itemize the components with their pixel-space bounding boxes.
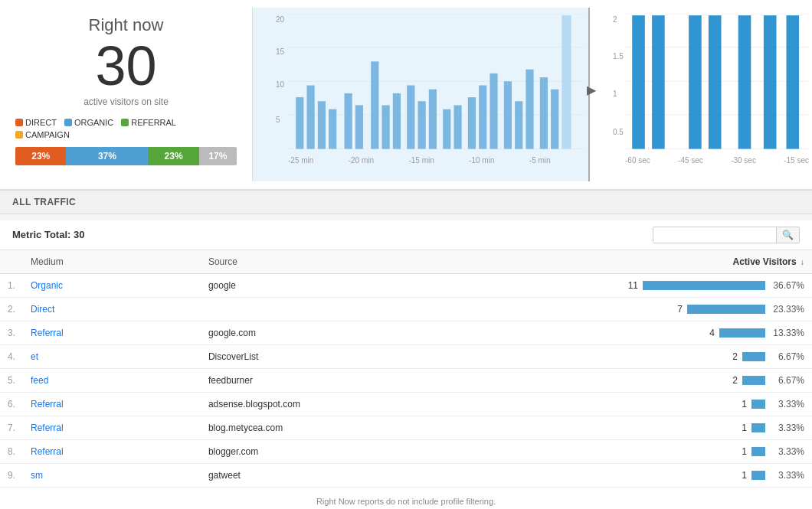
svg-rect-24: [526, 70, 533, 149]
svg-rect-15: [417, 101, 425, 148]
row-visitors: 1 3.33%: [598, 439, 812, 463]
data-table: Medium Source Active Visitors ↓ 1. Organ…: [0, 250, 812, 488]
visitor-bar: [751, 423, 765, 432]
row-medium[interactable]: Referral: [23, 416, 201, 439]
row-visitors: 2 6.67%: [598, 344, 812, 368]
right-now-title: Right now: [15, 15, 237, 35]
svg-rect-10: [355, 105, 363, 148]
svg-rect-16: [429, 90, 437, 149]
col-active-visitors[interactable]: Active Visitors ↓: [598, 250, 812, 274]
row-medium[interactable]: Direct: [23, 297, 201, 321]
row-visitors: 1 3.33%: [598, 463, 812, 487]
row-visitors: 2 6.67%: [598, 368, 812, 392]
chart-minutes: 20 15 10 5: [253, 8, 590, 181]
y-label-15: 15: [276, 47, 284, 56]
visitor-bar: [687, 305, 765, 314]
chart-panel: 20 15 10 5: [253, 8, 812, 181]
search-input[interactable]: [653, 227, 776, 243]
row-source: [201, 297, 598, 321]
row-medium[interactable]: Referral: [23, 439, 201, 463]
medium-link[interactable]: Referral: [31, 399, 64, 409]
visitor-num: 1: [732, 470, 747, 481]
svg-rect-36: [709, 15, 722, 149]
medium-link[interactable]: Organic: [31, 280, 63, 291]
chart-arrow-right[interactable]: ▶: [587, 83, 596, 97]
visitor-pct: 3.33%: [770, 399, 804, 409]
row-visitors: 1 3.33%: [598, 392, 812, 416]
table-row: 9. sm gatweet 1 3.33%: [0, 463, 812, 487]
left-stats-panel: Right now 30 active visitors on site DIR…: [0, 8, 253, 181]
row-medium[interactable]: Referral: [23, 392, 201, 416]
x-labels-minutes: -25 min -20 min -15 min -10 min -5 min: [288, 156, 585, 165]
x-label-15sec: -15 sec: [784, 156, 809, 165]
table-row: 4. et DiscoverList 2 6.67%: [0, 344, 812, 368]
visitor-num: 1: [732, 423, 747, 433]
row-medium[interactable]: feed: [23, 368, 201, 392]
row-num: 3.: [0, 321, 23, 344]
y-label-2: 2: [613, 15, 617, 24]
x-label-10min: -10 min: [469, 156, 494, 165]
row-num: 6.: [0, 392, 23, 416]
organic-color-dot: [64, 119, 72, 126]
row-source: blogger.com: [201, 439, 598, 463]
visitor-pct: 3.33%: [770, 446, 804, 457]
active-visitors-label: active visitors on site: [15, 96, 237, 107]
row-medium[interactable]: sm: [23, 463, 201, 487]
row-source: blog.metycea.com: [201, 416, 598, 439]
all-traffic-label: ALL TRAFFIC: [0, 190, 812, 214]
x-label-20min: -20 min: [349, 156, 374, 165]
visitor-pct: 3.33%: [770, 470, 804, 481]
visitor-pct: 6.67%: [770, 375, 804, 386]
row-medium[interactable]: Referral: [23, 321, 201, 344]
visitor-bar: [742, 352, 765, 361]
table-row: 7. Referral blog.metycea.com 1 3.33%: [0, 416, 812, 439]
y-label-1: 1: [613, 90, 617, 98]
medium-link[interactable]: Referral: [31, 446, 64, 457]
row-source: google.com: [201, 321, 598, 344]
search-button[interactable]: 🔍: [776, 227, 799, 243]
svg-rect-25: [540, 77, 548, 148]
visitor-num: 4: [699, 328, 715, 338]
chart-svg-seconds: [613, 14, 809, 166]
legend-direct: DIRECT: [15, 118, 57, 127]
legend-campaign: CAMPAIGN: [15, 130, 70, 139]
medium-link[interactable]: Referral: [31, 423, 64, 433]
metric-total-label: Metric Total:: [12, 229, 70, 240]
svg-rect-11: [371, 61, 378, 148]
direct-color-dot: [15, 119, 23, 126]
row-source: adsense.blogspot.com: [201, 392, 598, 416]
medium-link[interactable]: Direct: [31, 304, 54, 315]
row-source: google: [201, 273, 598, 297]
svg-rect-8: [329, 109, 336, 149]
row-num: 8.: [0, 439, 23, 463]
medium-link[interactable]: sm: [31, 470, 43, 481]
svg-rect-38: [764, 15, 777, 149]
row-num: 5.: [0, 368, 23, 392]
svg-rect-21: [489, 73, 497, 149]
row-medium[interactable]: et: [23, 344, 201, 368]
visitor-num: 7: [667, 304, 683, 315]
col-num: [0, 250, 23, 274]
medium-link[interactable]: et: [31, 351, 38, 362]
svg-rect-37: [738, 15, 751, 149]
visitor-count: 30: [15, 38, 237, 93]
table-body: 1. Organic google 11 36.67% 2. Direct 7 …: [0, 273, 812, 487]
row-medium[interactable]: Organic: [23, 273, 201, 297]
table-row: 6. Referral adsense.blogspot.com 1 3.33%: [0, 392, 812, 416]
svg-rect-23: [515, 101, 522, 148]
visitor-bar: [719, 328, 765, 338]
bar-direct: 23%: [15, 147, 66, 165]
medium-link[interactable]: Referral: [31, 328, 64, 338]
y-label-20: 20: [276, 15, 284, 24]
bar-campaign: 17%: [199, 147, 237, 165]
table-row: 8. Referral blogger.com 1 3.33%: [0, 439, 812, 463]
metric-total-value: 30: [74, 229, 84, 240]
col-medium: Medium: [23, 250, 201, 274]
medium-link[interactable]: feed: [31, 375, 48, 386]
visitor-pct: 3.33%: [770, 423, 804, 433]
row-num: 2.: [0, 297, 23, 321]
row-visitors: 7 23.33%: [598, 297, 812, 321]
visitor-pct: 13.33%: [770, 328, 804, 338]
visitor-num: 1: [732, 399, 747, 409]
legend-referral: REFERRAL: [121, 118, 176, 127]
